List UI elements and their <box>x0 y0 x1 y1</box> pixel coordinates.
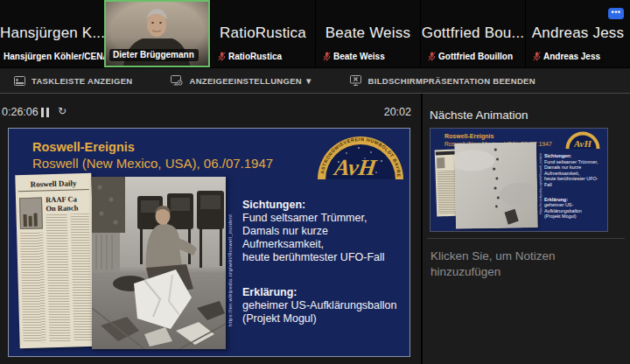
video-filmstrip: Hansjürgen K... Hansjürgen Köhler/CENAP <box>0 0 630 68</box>
participant-tile-dieter-video[interactable]: Dieter Brüggemann <box>104 0 210 67</box>
newspaper-headline-line2: On Ranch <box>46 203 78 213</box>
pane-divider <box>421 94 423 364</box>
sightings-line: Fund seltsamer Trümmer, <box>242 212 367 224</box>
muted-mic-icon <box>428 52 436 61</box>
thumb-explanation-line: (Projekt Mogul) <box>544 214 577 219</box>
thumb-balloon-train-photo <box>454 142 538 229</box>
notes-divider <box>427 238 625 239</box>
newspaper-rule <box>18 189 89 192</box>
presentation-timer: 0:26:06 <box>2 106 38 118</box>
newspaper-column <box>71 214 93 342</box>
photo-credit-url: https://en.wikipedia.org/wiki/Roswell_in… <box>228 213 233 326</box>
sightings-line: Damals nur kurze Aufmerksamkeit, <box>242 225 328 250</box>
current-slide[interactable]: Roswell-Ereignis Roswell (New Mexico, US… <box>9 129 410 356</box>
presentation-timer-row: 0:26:06 ↻ 20:02 <box>0 103 421 122</box>
participant-name-chip: Hansjürgen Köhler/CENAP <box>0 51 104 63</box>
muted-mic-icon <box>533 52 541 61</box>
thumb-sightings-line: heute berühmtester UFO-Fall <box>544 176 598 187</box>
participant-name-chip: Dieter Brüggemann <box>109 49 199 61</box>
display-settings-button[interactable]: ANZEIGEEINSTELLUNGEN ▼ <box>171 75 312 86</box>
muted-mic-icon <box>323 52 331 61</box>
participant-name-label: Gottfried Bouillon <box>438 52 513 61</box>
participant-name-label: Andreas Jess <box>543 52 600 61</box>
participant-tile-beate[interactable]: Beate Weiss Beate Weiss <box>316 0 420 67</box>
participant-big-name: Hansjürgen K... <box>0 24 104 42</box>
logo-monogram: AvH <box>332 155 379 179</box>
end-presentation-label: BILDSCHIRMPRÄSENTATION BEENDEN <box>368 76 536 86</box>
presenter-toolbar: TASKLEISTE ANZEIGEN ANZEIGEEINSTELLUNGEN… <box>0 68 630 94</box>
thumb-sightings-heading: Sichtungen: <box>544 153 606 159</box>
participant-name-chip: Andreas Jess <box>529 51 605 63</box>
taskbar-icon <box>14 76 25 86</box>
more-options-button[interactable]: ••• <box>608 8 624 19</box>
participant-big-name: RatioRustica <box>211 24 315 42</box>
participant-name-label: Beate Weiss <box>333 52 385 61</box>
muted-mic-icon <box>218 52 226 61</box>
thumb-explanation-line: geheimer US-Aufklärungsballon <box>544 202 582 214</box>
end-presentation-button[interactable]: BILDSCHIRMPRÄSENTATION BEENDEN <box>350 75 536 86</box>
thumb-sightings-line: Fund seltsamer Trümmer, <box>544 159 598 164</box>
end-presentation-icon <box>350 75 362 86</box>
thumb-explanation-heading: Erklärung: <box>544 197 606 203</box>
participant-tile-andreas[interactable]: Andreas Jess Andreas Jess ••• <box>526 0 630 67</box>
sightings-line: heute berühmtester UFO-Fall <box>242 251 385 263</box>
roswell-debris-photo <box>92 177 226 349</box>
thumb-astronomy-club-logo: AvH <box>565 130 600 149</box>
notes-placeholder[interactable]: Klicken Sie, um Notizen hinzuzufügen <box>430 248 584 280</box>
participant-tile-hansjuergen[interactable]: Hansjürgen K... Hansjürgen Köhler/CENAP <box>0 0 104 67</box>
participant-big-name: Beate Weiss <box>316 24 420 42</box>
pause-timer-button[interactable] <box>41 108 50 117</box>
newspaper-photo <box>19 197 43 229</box>
thumb-body-text: Sichtungen: Fund seltsamer Trümmer, Dama… <box>544 153 606 220</box>
show-taskbar-label: TASKLEISTE ANZEIGEN <box>32 76 132 86</box>
show-taskbar-button[interactable]: TASKLEISTE ANZEIGEN <box>14 76 132 86</box>
thumb-sightings-line: Damals nur kurze Aufmerksamkeit, <box>544 164 581 176</box>
newspaper-headline: RAAF Ca On Ranch <box>46 194 79 213</box>
slide-title: Roswell-Ereignis <box>32 140 135 154</box>
slide-body-text: Sichtungen: Fund seltsamer Trümmer, Dama… <box>242 199 404 326</box>
current-clock-time: 20:02 <box>384 106 411 118</box>
next-animation-thumbnail[interactable]: Roswell-Ereignis Roswell (New Mexico, US… <box>430 129 607 231</box>
display-settings-label: ANZEIGEEINSTELLUNGEN ▼ <box>189 76 312 86</box>
astronomy-club-logo: ASTRONOMIEVEREIN HUMBOLDT BAYREUTH E.V. … <box>317 132 404 179</box>
explanation-heading: Erklärung: <box>242 286 404 299</box>
newspaper-image: Roswell Daily RAAF Ca On Ranch <box>15 173 95 348</box>
participant-name-chip: Gottfried Bouillon <box>424 51 517 63</box>
newspaper-column <box>20 232 46 343</box>
display-settings-icon <box>171 75 183 86</box>
thumb-slide-title: Roswell-Ereignis <box>444 133 494 139</box>
participant-big-name: Andreas Jess <box>526 24 630 42</box>
slide-subtitle: Roswell (New Mexico, USA), 06./07.1947 <box>32 156 273 171</box>
participant-tile-gottfried[interactable]: Gottfried Bou... Gottfried Bouillon <box>421 0 525 67</box>
participant-name-label: Hansjürgen Köhler/CENAP <box>4 52 104 61</box>
next-animation-header: Nächste Animation <box>430 108 528 122</box>
newspaper-column <box>46 214 71 343</box>
participant-name-label: Dieter Brüggemann <box>113 50 194 60</box>
presenter-window: Hansjürgen K... Hansjürgen Köhler/CENAP <box>0 0 630 364</box>
participant-tile-ratiorustica[interactable]: RatioRustica RatioRustica <box>211 0 315 67</box>
newspaper-masthead: Roswell Daily <box>15 178 91 189</box>
restart-timer-button[interactable]: ↻ <box>58 105 66 117</box>
participant-big-name: Gottfried Bou... <box>421 24 525 42</box>
thumb-photo-credit-url: https://en.wikipedia.org/wiki/Roswell_in… <box>539 158 542 214</box>
participant-name-label: RatioRustica <box>228 52 282 61</box>
participant-name-chip: Beate Weiss <box>319 51 389 63</box>
sightings-heading: Sichtungen: <box>242 199 404 212</box>
thumb-logo-monogram: AvH <box>573 138 592 149</box>
explanation-line: geheimer US-Aufklärungsballon <box>242 299 396 312</box>
explanation-line: (Projekt Mogul) <box>242 312 317 325</box>
participant-name-chip: RatioRustica <box>214 51 286 63</box>
